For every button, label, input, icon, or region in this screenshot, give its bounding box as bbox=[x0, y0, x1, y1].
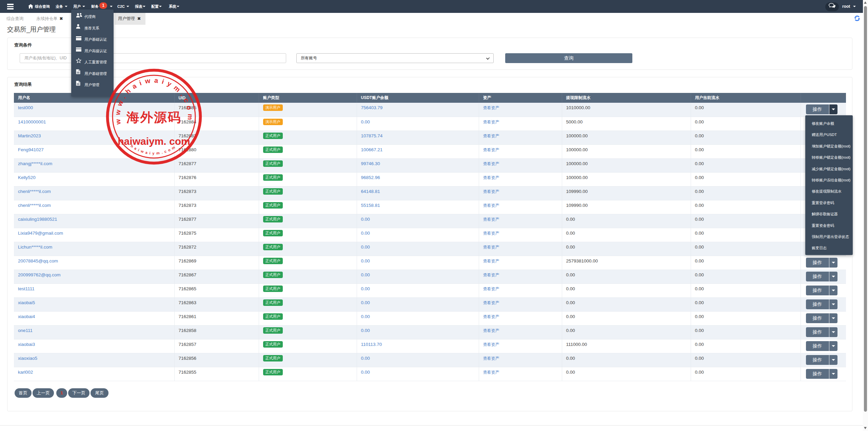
svg-text:海外源码: 海外源码 bbox=[126, 110, 181, 124]
svg-text:haiwaiym. com: haiwaiym. com bbox=[118, 136, 190, 147]
